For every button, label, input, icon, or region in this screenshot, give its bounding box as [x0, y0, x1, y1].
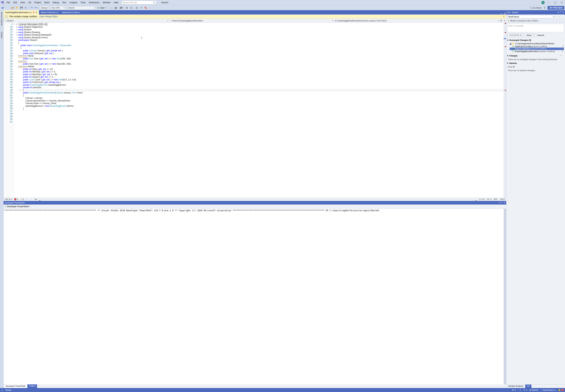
code-content[interactable]: License Information (GPL v3)using ShareX… [18, 23, 504, 198]
repo-path-row[interactable]: ◢📁 C:\Users\tagherfa\Source\Repos\ShareX… [510, 42, 564, 45]
push-icon[interactable]: ↑ [561, 16, 564, 18]
open-icon[interactable]: 📂 [15, 6, 19, 10]
more-icon[interactable]: ⋯ [562, 55, 564, 57]
tb-icon-1[interactable]: ⬚ [109, 6, 113, 10]
fold-column[interactable]: ⊞⊟⊟⊟⊟ [16, 23, 18, 198]
user-avatar[interactable]: TG [541, 1, 545, 4]
tb-icon-5[interactable]: ⊟ [129, 6, 133, 10]
nav-member-combo[interactable]: ◧EasterEggAboutAnimation(Canvas canvas, … [334, 19, 500, 23]
warning-count[interactable]: ▲0 [20, 198, 24, 200]
ps-dropdown-icon[interactable]: ▾ [499, 201, 500, 204]
menu-view[interactable]: View [19, 0, 27, 4]
redo-icon[interactable]: ↷▾ [34, 6, 38, 10]
git-dropdown-icon[interactable]: ▾ [558, 11, 559, 14]
save-all-icon[interactable]: 🗎 [24, 6, 28, 10]
bottom-tab-output[interactable]: Output [28, 384, 37, 388]
nav-back-footer[interactable]: ← [26, 198, 28, 200]
nav-project-combo[interactable]: ▷ShareX [4, 19, 169, 23]
powershell-terminal[interactable]: ****************************************… [4, 209, 506, 385]
git-file-row[interactable]: C#EasterEggAboutAnimation.cs [both modif… [510, 50, 564, 53]
ps-toolbar-label[interactable]: Developer PowerShell [7, 205, 28, 208]
live-share-button[interactable]: ⇪Live Share [530, 7, 542, 9]
col-indicator[interactable]: Ch: 9 [487, 198, 491, 200]
ps-close-icon[interactable]: ✕ [503, 201, 505, 204]
sb-pencil[interactable]: ✎ 3 [523, 389, 527, 391]
tb-icon-7[interactable]: ≡ [139, 6, 143, 10]
git-file-row[interactable]: C#BalloonTipAction.cs [both modified]C [510, 48, 564, 50]
int-preview-badge[interactable]: INT PREVIEW [548, 6, 564, 10]
start-button[interactable]: ▶Start▾ [96, 7, 108, 9]
more-icon[interactable]: ⋯ [562, 39, 564, 41]
commit-all-button[interactable]: Commit All |▾ [508, 33, 524, 37]
close-icon[interactable]: ✕ [36, 11, 37, 14]
ps-toolbar-chevron[interactable]: ▾ [29, 206, 30, 208]
close-button[interactable]: ✕ [559, 0, 564, 4]
stash-drop-link[interactable]: Drop All [506, 65, 565, 69]
branch-combo[interactable]: NewFeature [508, 15, 555, 18]
new-project-icon[interactable]: ▦▾ [11, 6, 15, 10]
git-file-row[interactable]: C#ApplicationConfig.cs [both modified]C [510, 45, 564, 48]
git-pin-icon[interactable]: ⊤ [560, 11, 562, 14]
eol-indicator[interactable]: CRLF [500, 198, 505, 200]
menu-build[interactable]: Build [43, 0, 51, 4]
pin-icon[interactable]: 📌 [32, 12, 34, 13]
menu-file[interactable]: File [5, 0, 12, 4]
menu-edit[interactable]: Edit [12, 0, 18, 4]
nav-plus-icon[interactable]: + [503, 19, 506, 23]
bookmark-icon[interactable]: 🔖 [144, 6, 148, 10]
abort-button[interactable]: Abort [525, 33, 534, 37]
unmerged-section-header[interactable]: ▸Unmerged Changes (3) ⋯ [506, 38, 565, 42]
ps-pin-icon[interactable]: ⊤ [501, 201, 503, 204]
nav-class-combo[interactable]: ✦ShareX.EasterEggAboutAnimation [169, 19, 334, 23]
menu-extensions[interactable]: Extensions [87, 0, 101, 4]
tb-icon-4[interactable]: ⊞ [125, 6, 129, 10]
nav-fwd-footer[interactable]: → [30, 198, 32, 200]
health-icon[interactable]: ✎▾ [34, 198, 37, 200]
nav-back-icon[interactable]: ◉▾ [1, 6, 5, 10]
maximize-button[interactable]: ▢ [553, 0, 558, 4]
commit-message-input[interactable]: Enter a message [508, 24, 564, 32]
plus-icon[interactable]: + [5, 205, 6, 208]
fetch-icon[interactable]: ↓ [555, 16, 558, 18]
code-editor[interactable]: 1252627282930313233343536373839404142434… [4, 23, 506, 198]
tab-gear-icon[interactable]: ⚙ [503, 13, 506, 14]
menu-window[interactable]: Window [101, 0, 112, 4]
right-tab-git[interactable]: Git [525, 385, 531, 388]
tb-icon-3[interactable]: 🖼▾ [119, 6, 123, 10]
sb-outgoing[interactable]: ↑ 1 [518, 389, 521, 391]
nav-split-icon[interactable]: ⊟ [500, 19, 503, 23]
menu-tools[interactable]: Tools [79, 0, 87, 4]
bottom-tab-developer-powershell[interactable]: Developer PowerShell [4, 384, 28, 388]
tb-icon-2[interactable]: ▦ [114, 6, 118, 10]
search-input[interactable]: Search (Ctrl+Q) 🔍 [122, 1, 156, 4]
zoom-combo[interactable]: 100 % ▾ [5, 198, 12, 200]
stage-all-icon[interactable]: + [560, 55, 561, 57]
feedback-icon[interactable]: ☿ [542, 6, 547, 10]
undo-icon[interactable]: ↶▾ [29, 6, 33, 10]
menu-git[interactable]: Git [27, 0, 32, 4]
menu-project[interactable]: Project [33, 0, 42, 4]
tab-EasterEggAboutAnimation.cs[interactable]: EasterEggAboutAnimation.cs📌✕ [4, 10, 39, 14]
tb-icon-6[interactable]: ≣ [135, 6, 139, 10]
minimize-button[interactable]: ─ [546, 0, 551, 4]
error-count[interactable]: ✕9 [14, 198, 18, 200]
platform-combo[interactable]: Any CPU [50, 6, 66, 10]
stashes-section-header[interactable]: ▸Stashes [506, 61, 565, 65]
solution-name[interactable]: ShareX [158, 0, 171, 4]
config-combo[interactable]: Debug [40, 6, 49, 10]
sb-repo[interactable]: ⊞ ShareX [529, 389, 538, 391]
sb-incoming[interactable]: ⇅ 3 [512, 389, 515, 391]
close-banner-button[interactable]: ✕ [503, 15, 505, 18]
pull-icon[interactable]: ⇣ [558, 16, 561, 18]
tab-ApplicationConfig.cs[interactable]: ApplicationConfig.cs [60, 10, 82, 14]
save-icon[interactable]: 💾 [19, 6, 23, 10]
changes-section-header[interactable]: ▸Changes +⋯ [506, 54, 565, 57]
right-tab-solution-explorer[interactable]: Solution Explorer [506, 385, 525, 388]
sb-notifications[interactable]: 🔔3 [558, 389, 564, 391]
tab-dropdown-icon[interactable]: ▾ [500, 13, 503, 14]
menu-test[interactable]: Test [61, 0, 68, 4]
scroll-strip[interactable] [504, 23, 506, 198]
sb-branch[interactable]: ⑂ NewFeature ▴ [541, 389, 556, 391]
rail-toolbox[interactable]: Toolbox [0, 30, 3, 40]
rail-server-explorer[interactable]: Server Explorer [0, 11, 3, 27]
